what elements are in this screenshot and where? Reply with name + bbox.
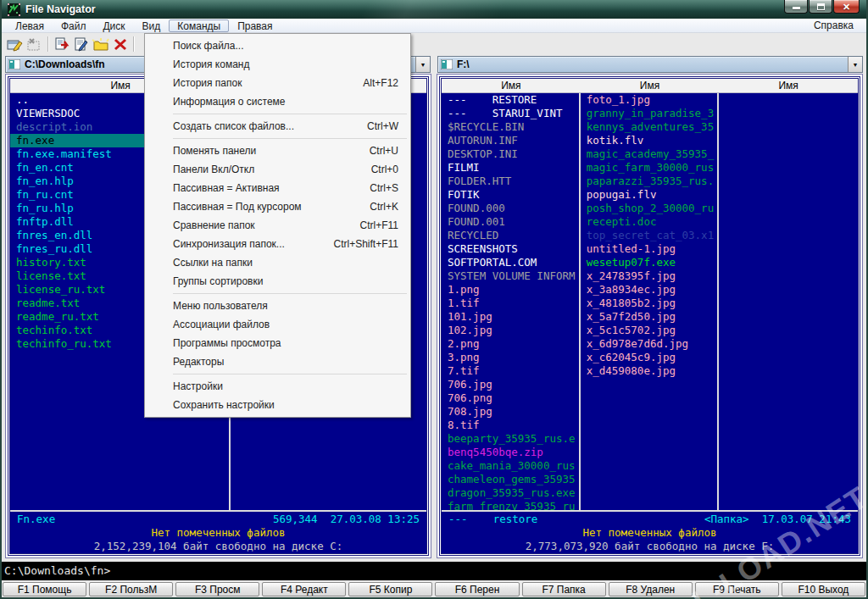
menu-item[interactable]: Ссылки на папки (145, 253, 410, 272)
file-item[interactable]: x_c62045c9.jpg (581, 351, 718, 364)
remove-panel-icon[interactable] (25, 36, 44, 53)
file-item[interactable]: SYSTEM VOLUME INFORM (442, 269, 579, 283)
file-item[interactable]: cake_mania_30000_rus (442, 459, 579, 473)
menu-item[interactable]: Меню пользователя (145, 297, 410, 315)
menu-item[interactable]: Поиск файла... (145, 36, 410, 55)
file-item[interactable]: magic_farm_30000_rus (581, 161, 718, 175)
menu-commands[interactable]: Команды (169, 19, 229, 32)
file-item[interactable]: x_5a7f2d50.jpg (581, 310, 718, 324)
maximize-button[interactable] (809, 0, 832, 14)
file-item[interactable]: SCREENSHOTS (442, 242, 579, 256)
file-item[interactable]: dragon_35935_rus.exe (442, 486, 579, 500)
file-item[interactable]: --- STARUI_VINT (442, 107, 579, 120)
menu-item[interactable] (145, 136, 410, 141)
menu-left[interactable]: Левая (7, 19, 53, 32)
left-drive-dropdown-arrow-icon[interactable]: ▼ (415, 57, 430, 72)
file-item[interactable]: chameleon_gems_35935 (442, 473, 579, 486)
column-header-name[interactable]: Имя (719, 80, 858, 92)
menu-item[interactable]: Пассивная = Под курсором Ctrl+K (145, 197, 410, 216)
copy-file-icon[interactable] (52, 36, 71, 53)
menu-item[interactable] (145, 371, 410, 377)
file-item[interactable]: 8.tif (442, 419, 579, 432)
file-item[interactable]: x_5c1c5702.jpg (581, 324, 718, 337)
edit-file-icon[interactable] (71, 36, 91, 53)
file-item[interactable]: 1.png (442, 283, 579, 297)
right-drive-dropdown-arrow-icon[interactable]: ▼ (848, 57, 862, 72)
file-item[interactable]: 706.png (442, 391, 579, 405)
file-item[interactable]: posh_shop_2_30000_ru (581, 202, 718, 215)
delete-file-icon[interactable] (110, 36, 130, 53)
menu-item[interactable]: История папок Alt+F12 (145, 74, 410, 92)
file-item[interactable]: wesetup07f.exe (581, 256, 718, 269)
menu-item[interactable]: История команд (145, 55, 410, 74)
column-header-name[interactable]: Имя (442, 80, 581, 92)
right-path-bar[interactable]: F:\ ▼ (437, 56, 863, 73)
file-item[interactable]: 101.jpg (442, 310, 579, 324)
file-item[interactable]: 1.tif (442, 297, 579, 310)
file-item[interactable]: x_481805b2.jpg (581, 297, 718, 310)
menu-item[interactable]: Программы просмотра (145, 334, 410, 352)
file-item[interactable]: untitled-1.jpg (581, 242, 718, 256)
menu-help[interactable]: Справка (806, 19, 861, 31)
menu-item[interactable]: Ассоциации файлов (145, 315, 410, 334)
file-item[interactable]: paparazzi_35935_rus. (581, 175, 718, 188)
fkey-button[interactable]: F6 Перен (435, 582, 519, 596)
file-item[interactable]: foto_1.jpg (581, 93, 718, 107)
file-item[interactable]: kotik.flv (581, 134, 718, 147)
column-header-name[interactable]: Имя (581, 80, 720, 92)
menu-item[interactable] (145, 111, 410, 117)
menu-file[interactable]: Файл (53, 19, 95, 32)
file-item[interactable]: SOFTPORTAL.COM (442, 256, 579, 269)
file-item[interactable]: benq5450bqe.zip (442, 446, 579, 459)
menu-view[interactable]: Вид (134, 19, 170, 32)
menu-item[interactable]: Синхронизация папок... Ctrl+Shift+F11 (145, 235, 410, 253)
file-item[interactable]: AUTORUN.INF (442, 134, 579, 147)
command-line-input[interactable]: C:\Downloads\fn> (2, 562, 866, 580)
menu-item[interactable]: Настройки (145, 377, 410, 396)
file-item[interactable]: beeparty_35935_rus.e (442, 432, 579, 446)
fkey-button[interactable]: F7 Папка (522, 582, 606, 596)
file-item[interactable]: x_2478395f.jpg (581, 269, 718, 283)
file-item[interactable]: --- RESTORE (442, 93, 579, 107)
menu-item[interactable] (145, 291, 410, 297)
menu-item[interactable]: Группы сортировки (145, 272, 410, 291)
new-folder-icon[interactable] (91, 36, 110, 53)
fkey-button[interactable]: F3 Просм (175, 582, 259, 596)
minimize-button[interactable] (784, 0, 808, 14)
file-item[interactable]: recepti.doc (581, 215, 718, 229)
file-item[interactable]: 102.jpg (442, 324, 579, 337)
fkey-button[interactable]: F10 Выход (782, 582, 865, 596)
file-item[interactable]: magic_academy_35935_ (581, 147, 718, 161)
close-button[interactable]: ✕ (833, 0, 860, 14)
file-item[interactable]: $RECYCLE.BIN (442, 120, 579, 134)
file-item[interactable]: FOLDER.HTT (442, 175, 579, 188)
file-item[interactable]: 708.jpg (442, 405, 579, 419)
file-item[interactable]: FOUND.000 (442, 202, 579, 215)
fkey-button[interactable]: F1 Помощь (3, 582, 86, 596)
menu-disk[interactable]: Диск (94, 19, 133, 32)
file-item[interactable]: x_3a8934ec.jpg (581, 283, 718, 297)
file-item[interactable]: x_d459080e.jpg (581, 364, 718, 378)
file-item[interactable]: popugai.flv (581, 188, 718, 202)
menu-item[interactable]: Редакторы (145, 352, 410, 371)
fkey-button[interactable]: F2 ПользМ (89, 582, 173, 596)
file-item[interactable]: kennys_adventures_35 (581, 120, 718, 134)
file-item[interactable]: granny_in_paradise_3 (581, 107, 718, 120)
file-item[interactable]: top_secret_cat_03.x1 (581, 229, 718, 242)
file-item[interactable]: x_6d978e7d6d.jpg (581, 337, 718, 351)
file-item[interactable]: farm_frenzy_35935_ru (442, 500, 579, 510)
file-item[interactable]: 2.png (442, 337, 579, 351)
file-item[interactable]: FOUND.001 (442, 215, 579, 229)
new-panel-icon[interactable] (5, 36, 25, 53)
fkey-button[interactable]: F5 Копир (348, 582, 432, 596)
fkey-button[interactable]: F9 Печать (695, 582, 779, 596)
file-item[interactable]: FILMI (442, 161, 579, 175)
menu-item[interactable]: Информация о системе (145, 92, 410, 111)
menu-right[interactable]: Правая (229, 19, 281, 32)
menu-item[interactable]: Сохранить настройки (145, 396, 410, 414)
fkey-button[interactable]: F4 Редакт (262, 582, 346, 596)
menu-item[interactable]: Сравнение папок Ctrl+F11 (145, 216, 410, 235)
file-item[interactable]: 7.tif (442, 364, 579, 378)
menu-item[interactable]: Создать список файлов... Ctrl+W (145, 117, 410, 136)
menu-item[interactable]: Пассивная = Активная Ctrl+S (145, 179, 410, 197)
